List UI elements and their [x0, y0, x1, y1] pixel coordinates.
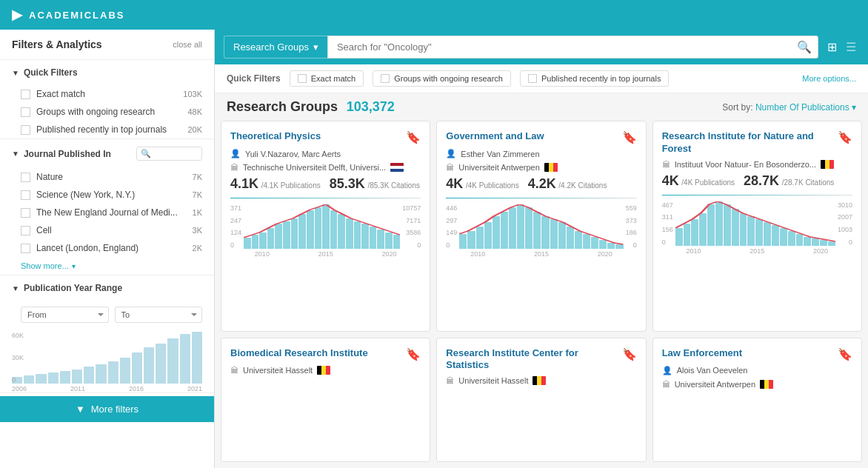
cell-checkbox[interactable] — [21, 226, 30, 235]
qf-chip-published[interactable]: Published recently in top journals — [520, 70, 669, 87]
lancet-label: Lancet (London, England) — [36, 243, 138, 253]
chart-x-labels: 201020152020 — [662, 247, 852, 255]
quick-filters-bar: Quick Filters Exact match Groups with on… — [215, 64, 868, 93]
card-title[interactable]: Research Institute for Nature and Forest — [662, 130, 838, 156]
journal-search-input[interactable] — [153, 150, 198, 158]
search-magnifier-icon[interactable]: 🔍 — [797, 40, 812, 54]
grid-view-button[interactable]: ⊞ — [824, 37, 840, 57]
bookmark-icon[interactable]: 🔖 — [406, 347, 421, 361]
search-input[interactable] — [334, 36, 797, 58]
qf-published-checkbox[interactable] — [528, 74, 537, 83]
card-bar — [525, 207, 533, 249]
card-header: Biomedical Research Institute 🔖 — [230, 347, 421, 361]
cell-label: Cell — [36, 225, 52, 235]
nejm-checkbox[interactable] — [21, 208, 30, 218]
belgium-flag — [821, 160, 834, 169]
year-bar — [132, 352, 142, 384]
science-checkbox[interactable] — [21, 190, 30, 200]
qf-chip-ongoing[interactable]: Groups with ongoing research — [373, 70, 511, 87]
card-bar — [252, 235, 259, 249]
bookmark-icon[interactable]: 🔖 — [622, 347, 637, 361]
card-header: Research Institute Center for Statistics… — [446, 347, 636, 372]
card-bar — [533, 212, 541, 249]
list-view-button[interactable]: ☰ — [843, 37, 859, 57]
year-to-select[interactable]: To — [115, 307, 203, 323]
year-range-header[interactable]: ▼ Publication Year Range — [0, 275, 214, 301]
institute-icon: 🏛 — [662, 380, 670, 389]
card-bar — [715, 201, 723, 246]
bookmark-icon[interactable]: 🔖 — [622, 130, 637, 144]
stat-divider — [230, 198, 421, 198]
qf-exact-checkbox[interactable] — [298, 74, 307, 83]
card-bar — [377, 230, 384, 249]
stats-row: 4K /4K Publications 4.2K /4.2K Citations — [446, 176, 636, 192]
more-filters-button[interactable]: ▼ More filters — [0, 396, 214, 422]
qf-ongoing-checkbox[interactable] — [381, 74, 390, 83]
card-bar — [338, 214, 345, 249]
chart-y-left: 4462971490 — [446, 204, 457, 249]
results-title: Research Groups — [227, 99, 338, 114]
sidebar: Filters & Analytics close all ▼ Quick Fi… — [0, 30, 215, 468]
quick-filters-label: Quick Filters — [24, 67, 78, 78]
top-journals-checkbox[interactable] — [21, 125, 30, 135]
card-bar — [476, 227, 484, 249]
cite-count: 28.7K — [744, 173, 779, 188]
logo: ▶ ACADEMICLABS — [12, 7, 124, 23]
year-bar — [180, 334, 190, 384]
card-title[interactable]: Government and Law — [446, 130, 621, 143]
card-bar — [828, 241, 835, 246]
journal-section: ▼ Journal Published In 🔍 Nature 7K Scien… — [0, 139, 214, 275]
card-bar — [755, 219, 763, 246]
author-name: Yuli V.Nazarov, Marc Aerts — [245, 150, 341, 158]
exact-match-checkbox[interactable] — [21, 90, 30, 99]
card-bar — [244, 238, 251, 249]
sort-value[interactable]: Number Of Publications — [755, 102, 849, 113]
card-title[interactable]: Research Institute Center for Statistics — [446, 347, 621, 372]
journal-cell: Cell 3K — [0, 221, 214, 239]
card-header: Government and Law 🔖 — [446, 130, 636, 144]
cite-sub: /4.2K Citations — [558, 181, 607, 190]
journal-section-header[interactable]: ▼ Journal Published In 🔍 — [0, 139, 214, 168]
search-category-dropdown[interactable]: Research Groups ▾ — [224, 36, 327, 58]
search-input-wrap: 🔍 — [327, 36, 818, 58]
search-category-arrow: ▾ — [313, 41, 318, 53]
card-title[interactable]: Law Enforcement — [662, 347, 838, 360]
close-all-link[interactable]: close all — [173, 40, 202, 49]
institute-icon: 🏛 — [230, 163, 238, 172]
ongoing-research-checkbox[interactable] — [21, 107, 30, 117]
card-author: 👤 Alois Van Oeevelen — [662, 366, 852, 375]
qf-chip-exact[interactable]: Exact match — [290, 70, 364, 87]
card-author: 👤 Yuli V.Nazarov, Marc Aerts — [230, 149, 421, 158]
year-range-label: Publication Year Range — [24, 283, 122, 293]
card-bar — [707, 204, 715, 246]
year-bar — [72, 370, 82, 384]
nature-count: 7K — [193, 173, 202, 181]
pub-count: 4K — [446, 176, 463, 191]
card-institute: 🏛 Instituut Voor Natuur- En Bosonderzo..… — [662, 160, 852, 169]
card-title[interactable]: Biomedical Research Institute — [230, 347, 406, 360]
year-chart-container: 2006 2011 2016 2021 60K 30K 0 — [0, 329, 214, 392]
mini-chart: 3712471240 10757717135860 — [230, 204, 421, 249]
lancet-checkbox[interactable] — [21, 244, 30, 253]
journal-search-icon: 🔍 — [141, 149, 151, 158]
journal-label: Journal Published In — [24, 149, 111, 159]
bookmark-icon[interactable]: 🔖 — [838, 347, 852, 361]
science-label: Science (New York, N.Y.) — [36, 190, 135, 200]
year-bar — [167, 338, 178, 384]
pub-count: 4K — [662, 173, 679, 188]
logo-text: ACADEMICLABS — [29, 10, 124, 21]
card-bar — [591, 237, 598, 249]
sort-arrow: ▾ — [852, 102, 856, 113]
bookmark-icon[interactable]: 🔖 — [406, 130, 421, 144]
bookmark-icon[interactable]: 🔖 — [838, 130, 852, 144]
chart-y-left: 4673111560 — [662, 201, 673, 246]
sidebar-title: Filters & Analytics — [12, 39, 102, 50]
chart-x-labels: 201020152020 — [230, 250, 421, 258]
more-options-link[interactable]: More options... — [802, 74, 856, 83]
institute-icon: 🏛 — [446, 163, 454, 172]
quick-filters-header[interactable]: ▼ Quick Filters — [0, 60, 214, 85]
year-from-select[interactable]: From — [21, 307, 109, 323]
nature-checkbox[interactable] — [21, 173, 30, 182]
card-title[interactable]: Theoretical Physics — [230, 130, 406, 143]
show-more-journals[interactable]: Show more... ▾ — [0, 257, 214, 275]
